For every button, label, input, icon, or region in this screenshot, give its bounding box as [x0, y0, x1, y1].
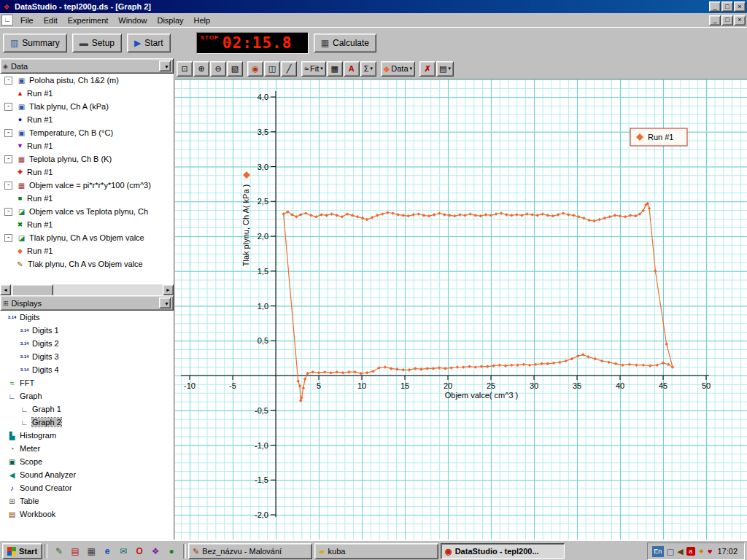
- task-paint[interactable]: ✎Bez_názvu - Malování: [188, 543, 312, 559]
- task-datastudio[interactable]: ◉DataStudio - tepl200...: [441, 543, 565, 559]
- menu-help[interactable]: Help: [189, 15, 216, 26]
- tree-collapse-toggle[interactable]: -: [4, 208, 12, 216]
- summary-button[interactable]: ▥ Summary: [3, 34, 67, 52]
- display-item-row[interactable]: ⊞Table: [4, 494, 174, 508]
- tray-monitor-icon[interactable]: ♥: [708, 547, 713, 556]
- data-point-marker: [484, 213, 488, 217]
- calculator-button[interactable]: ▦: [327, 61, 343, 77]
- quicklaunch-messenger-icon[interactable]: ●: [164, 544, 179, 559]
- statistics-menu-button[interactable]: Σ▾: [360, 61, 376, 77]
- data-item-row[interactable]: ■Run #1: [0, 192, 174, 205]
- data-item-row[interactable]: ✚Run #1: [0, 166, 174, 179]
- data-tree-hscrollbar[interactable]: ◄ ►: [0, 284, 174, 295]
- data-item-row[interactable]: -▦Teplota plynu, Ch B (K): [0, 152, 174, 166]
- graph-plot[interactable]: -10-551015202530354045504,03,53,02,52,01…: [175, 79, 747, 540]
- data-item-row[interactable]: -▣Tlak plynu, Ch A (kPa): [0, 100, 174, 113]
- graph-plot-area[interactable]: -10-551015202530354045504,03,53,02,52,01…: [175, 79, 747, 540]
- data-point-marker: [564, 359, 568, 363]
- display-item-row[interactable]: ▣Scope: [4, 455, 174, 468]
- display-item-row[interactable]: ◔Meter: [4, 442, 174, 455]
- tray-volume-icon[interactable]: ◀: [677, 547, 683, 556]
- tree-collapse-toggle[interactable]: -: [4, 234, 12, 242]
- tree-collapse-toggle[interactable]: -: [4, 77, 12, 85]
- tree-collapse-toggle[interactable]: -: [4, 155, 12, 163]
- scroll-left-button[interactable]: ◄: [0, 284, 11, 295]
- quicklaunch-mail-icon[interactable]: ✉: [116, 544, 131, 559]
- language-indicator[interactable]: En: [652, 546, 664, 557]
- delete-button[interactable]: ✗: [419, 61, 436, 77]
- child-minimize-button[interactable]: _: [709, 15, 721, 26]
- graph-settings-menu-button[interactable]: ▤▾: [436, 61, 454, 77]
- tree-collapse-toggle[interactable]: -: [4, 129, 12, 137]
- taskbar-separator: [44, 544, 47, 559]
- data-menu-button[interactable]: ◆Data▾: [381, 61, 415, 77]
- fit-menu-button[interactable]: ≈Fit▾: [301, 61, 326, 77]
- tray-display-icon[interactable]: ▢: [667, 547, 674, 556]
- quicklaunch-notes-icon[interactable]: ✎: [52, 544, 66, 559]
- display-item-row[interactable]: ▤Workbook: [4, 508, 174, 521]
- data-item-row[interactable]: ●Run #1: [0, 113, 174, 126]
- display-item-row[interactable]: ♪Sound Creator: [4, 481, 174, 494]
- taskbar: Start ✎▤▦e✉O❖● ✎Bez_názvu - Malování▰kub…: [0, 540, 747, 560]
- display-item-row[interactable]: ◀Sound Analyzer: [4, 468, 174, 481]
- data-item-row[interactable]: -▣Poloha pistu, Ch 1&2 (m): [0, 74, 174, 87]
- display-item-row[interactable]: ∟Graph: [4, 389, 174, 402]
- menu-file[interactable]: File: [15, 15, 39, 26]
- scroll-right-button[interactable]: ►: [163, 284, 174, 295]
- display-item-row[interactable]: 3.14Digits 1: [4, 324, 174, 337]
- quicklaunch-document-icon[interactable]: ▤: [68, 544, 82, 559]
- menu-window[interactable]: Window: [113, 15, 152, 26]
- child-restore-button[interactable]: □: [721, 15, 733, 26]
- quicklaunch-ie-icon[interactable]: e: [100, 544, 115, 559]
- data-point-marker: [391, 211, 395, 215]
- displays-panel-menu-button[interactable]: ▼: [159, 298, 171, 308]
- display-item-row[interactable]: ∟Graph 2: [4, 416, 174, 429]
- tray-scheduler-icon[interactable]: ✦: [698, 547, 705, 556]
- data-item-row[interactable]: -▦Objem valce = pi*r*r*y*100 (cm^3): [0, 179, 174, 192]
- data-item-row[interactable]: ◆Run #1: [0, 244, 174, 257]
- graph-settings-menu-button-icon: ▤: [439, 64, 446, 74]
- menu-experiment[interactable]: Experiment: [63, 15, 114, 26]
- x-tick-label: 50: [702, 381, 711, 390]
- setup-button[interactable]: ▬ Setup: [72, 34, 122, 52]
- menu-display[interactable]: Display: [152, 15, 188, 26]
- tray-antivirus-icon[interactable]: a: [686, 547, 695, 556]
- data-item-row[interactable]: -◪Objem valce vs Teplota plynu, Ch: [0, 205, 174, 218]
- display-item-row[interactable]: 3.14Digits 2: [4, 337, 174, 350]
- display-item-row[interactable]: ≈FFT: [4, 376, 174, 389]
- display-item-row[interactable]: ▙Histogram: [4, 429, 174, 442]
- show-selection-button[interactable]: ◫: [264, 61, 280, 77]
- slope-tool-button[interactable]: ╱: [281, 61, 297, 77]
- data-item-row[interactable]: ▼Run #1: [0, 139, 174, 152]
- window-maximize-button[interactable]: □: [721, 1, 733, 12]
- zoom-in-button[interactable]: ⊕: [193, 61, 209, 77]
- display-item-row[interactable]: ∟Graph 1: [4, 402, 174, 416]
- toolbar-start-button[interactable]: ▶ Start: [127, 34, 171, 52]
- display-item-row[interactable]: 3.14Digits: [4, 311, 174, 324]
- data-item-row[interactable]: ✎Tlak plynu, Ch A vs Objem valce: [0, 257, 174, 271]
- zoom-out-button[interactable]: ⊖: [210, 61, 226, 77]
- data-item-row[interactable]: ✖Run #1: [0, 218, 174, 231]
- display-item-row[interactable]: 3.14Digits 3: [4, 350, 174, 363]
- zoom-select-button[interactable]: ▧: [227, 61, 243, 77]
- window-close-button[interactable]: ×: [734, 1, 746, 12]
- data-highlight-button[interactable]: ◉: [247, 61, 263, 77]
- scale-to-fit-button[interactable]: ⊡: [177, 61, 193, 77]
- calculate-button[interactable]: ▦ Calculate: [314, 34, 376, 52]
- quicklaunch-media-icon[interactable]: ❖: [148, 544, 163, 559]
- data-item-row[interactable]: -▣Temperature, Ch B (°C): [0, 126, 174, 139]
- display-item-row[interactable]: 3.14Digits 4: [4, 363, 174, 376]
- data-item-row[interactable]: ▲Run #1: [0, 87, 174, 100]
- menu-edit[interactable]: Edit: [39, 15, 63, 26]
- child-close-button[interactable]: ×: [734, 15, 746, 26]
- data-item-row[interactable]: -◪Tlak plynu, Ch A vs Objem valce: [0, 231, 174, 244]
- task-folder-kuba[interactable]: ▰kuba: [314, 543, 438, 559]
- window-minimize-button[interactable]: _: [709, 1, 721, 12]
- quicklaunch-printer-icon[interactable]: ▦: [84, 544, 98, 559]
- data-panel-menu-button[interactable]: ▼: [159, 61, 171, 71]
- quicklaunch-opera-icon[interactable]: O: [132, 544, 147, 559]
- taskbar-start-button[interactable]: Start: [2, 543, 42, 559]
- text-annotation-button[interactable]: A: [344, 61, 360, 77]
- tree-collapse-toggle[interactable]: -: [4, 182, 12, 190]
- tree-collapse-toggle[interactable]: -: [4, 103, 12, 111]
